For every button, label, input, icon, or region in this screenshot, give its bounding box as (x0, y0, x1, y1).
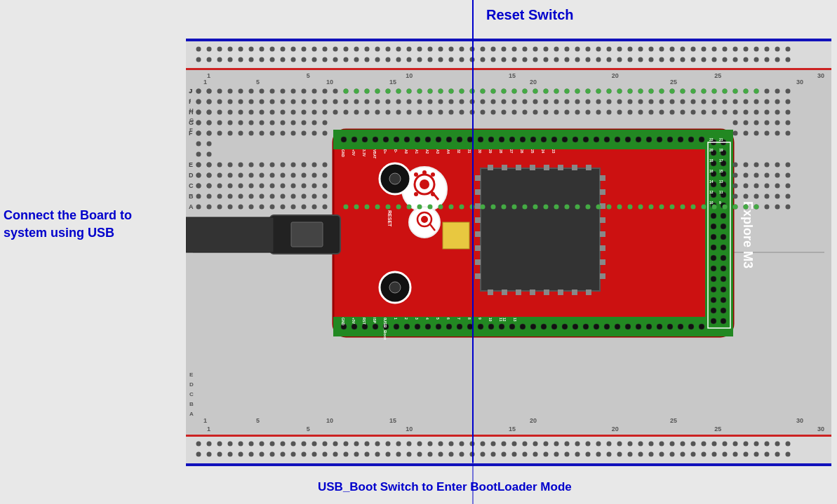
svg-text:19: 19 (719, 148, 723, 152)
usb-boot-switch-label: USB_Boot Switch to Enter BootLoader Mode (318, 480, 572, 494)
svg-point-137 (711, 287, 716, 292)
svg-point-90 (699, 324, 704, 329)
svg-point-140 (721, 297, 726, 303)
svg-point-196 (422, 170, 427, 175)
svg-text:20: 20 (530, 79, 537, 86)
svg-rect-160 (488, 165, 493, 170)
svg-text:A1: A1 (415, 149, 419, 154)
svg-point-133 (711, 266, 716, 271)
svg-text:6: 6 (446, 318, 450, 320)
connect-board-label: Connect the Board to system using USB (4, 207, 132, 242)
svg-point-134 (721, 266, 726, 271)
svg-point-132 (721, 255, 726, 261)
svg-point-64 (425, 324, 431, 329)
svg-point-28 (636, 137, 641, 142)
svg-point-4 (383, 137, 389, 142)
svg-point-71 (499, 324, 504, 329)
svg-rect-175 (586, 290, 591, 295)
svg-text:1: 1 (203, 417, 207, 424)
svg-point-86 (657, 324, 662, 329)
svg-rect-172 (544, 290, 549, 295)
svg-rect-179 (475, 217, 481, 223)
svg-rect-182 (475, 259, 481, 265)
svg-point-62 (404, 324, 410, 329)
svg-point-81 (604, 324, 610, 329)
svg-point-72 (509, 324, 515, 329)
svg-point-129 (711, 245, 716, 250)
svg-rect-180 (475, 231, 481, 237)
svg-point-127 (711, 234, 716, 240)
svg-point-65 (436, 324, 441, 329)
svg-point-27 (625, 137, 631, 142)
reset-switch-label: Reset Switch (486, 7, 573, 23)
svg-point-126 (721, 224, 726, 229)
svg-point-8 (425, 137, 431, 142)
svg-text:24: 24 (541, 149, 545, 154)
svg-text:14: 14 (709, 179, 714, 184)
svg-text:25: 25 (670, 79, 677, 86)
svg-point-85 (646, 324, 652, 329)
svg-point-195 (414, 172, 418, 177)
svg-text:25: 25 (530, 149, 535, 154)
svg-point-124 (721, 213, 726, 219)
page-container: // rendered below via JS 1 5 10 15 20 25… (0, 0, 837, 504)
svg-point-0 (341, 137, 347, 142)
svg-text:5: 5 (436, 318, 440, 320)
svg-rect-184 (600, 175, 605, 181)
svg-point-69 (478, 324, 483, 329)
svg-point-136 (721, 276, 726, 282)
svg-text:27: 27 (509, 149, 514, 154)
svg-rect-189 (600, 245, 605, 251)
svg-text:9: 9 (719, 200, 721, 205)
usb-boot-label: USB_Boot (383, 319, 387, 340)
reset-label: RESET (387, 210, 392, 227)
svg-text:20: 20 (530, 417, 537, 424)
svg-point-18 (530, 137, 536, 142)
svg-point-122 (721, 203, 726, 208)
svg-rect-177 (475, 189, 481, 195)
svg-point-5 (394, 137, 399, 142)
svg-point-73 (520, 324, 525, 329)
svg-point-82 (615, 324, 620, 329)
svg-point-63 (415, 324, 420, 329)
svg-point-10 (446, 137, 452, 142)
svg-point-125 (711, 224, 716, 229)
svg-text:A2: A2 (425, 149, 429, 154)
svg-rect-185 (600, 189, 605, 195)
board-name-label: Explore M3 (741, 201, 755, 268)
svg-text:30: 30 (796, 79, 803, 86)
svg-point-87 (667, 324, 673, 329)
svg-point-80 (594, 324, 599, 329)
svg-text:28: 28 (499, 149, 503, 154)
svg-text:ISP: ISP (373, 318, 377, 324)
svg-text:15: 15 (719, 169, 723, 173)
svg-text:4: 4 (425, 318, 429, 320)
svg-text:30: 30 (478, 149, 482, 154)
svg-rect-162 (516, 165, 521, 170)
svg-rect-165 (558, 165, 563, 170)
svg-point-84 (636, 324, 641, 329)
svg-point-58 (362, 324, 368, 329)
svg-text:5: 5 (256, 417, 260, 424)
svg-text:15: 15 (389, 79, 396, 86)
ic-chip (481, 168, 600, 291)
svg-point-202 (421, 216, 428, 223)
svg-point-88 (678, 324, 683, 329)
svg-text:29: 29 (488, 149, 493, 154)
main-svg: GND +5V 3.3V VBAT D+ D- A0 A1 A2 A3 A4 3… (186, 39, 831, 466)
svg-point-142 (721, 308, 726, 313)
svg-point-3 (373, 137, 378, 142)
svg-rect-181 (475, 245, 481, 251)
svg-point-30 (657, 137, 662, 142)
svg-text:17: 17 (719, 158, 723, 163)
usb-cable-body (186, 217, 274, 252)
svg-point-29 (646, 137, 652, 142)
svg-point-1 (351, 137, 357, 142)
svg-point-7 (415, 137, 420, 142)
top-pin-holes (341, 137, 704, 142)
svg-point-9 (436, 137, 441, 142)
svg-rect-183 (475, 273, 481, 279)
svg-text:10: 10 (326, 417, 333, 424)
svg-text:21: 21 (719, 137, 723, 142)
svg-text:32: 32 (457, 149, 461, 154)
